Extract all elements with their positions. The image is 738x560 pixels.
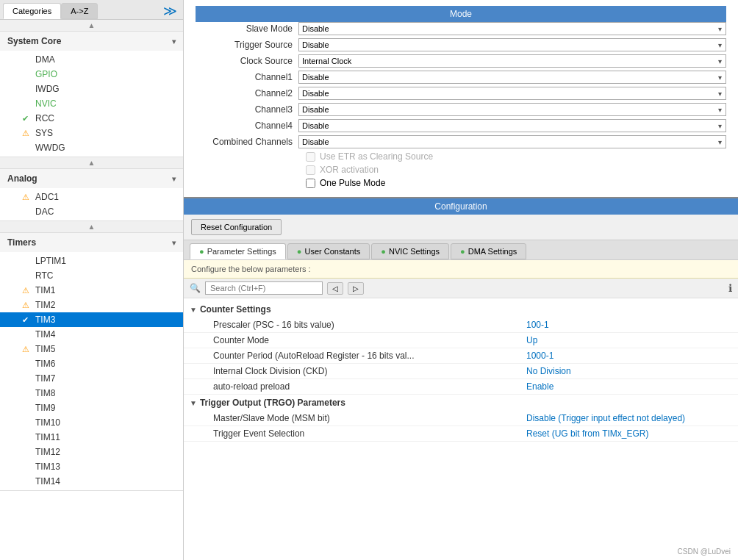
- config-search-bar: 🔍 ◁ ▷ ℹ: [184, 279, 738, 298]
- mode-select-wrapper: Disable: [298, 135, 726, 148]
- config-tab-nvic-settings[interactable]: ●NVIC Settings: [371, 243, 449, 259]
- param-group-header[interactable]: ▼Trigger Output (TRGO) Parameters: [184, 395, 738, 411]
- sidebar-item-adc1[interactable]: ⚠ADC1: [0, 190, 183, 204]
- mode-select-clock-source[interactable]: Internal Clock: [298, 54, 726, 68]
- mode-select-combined-channels[interactable]: Disable: [298, 135, 726, 148]
- param-value: Up: [526, 335, 732, 345]
- checkbox-input-pulse[interactable]: [306, 179, 315, 188]
- sidebar-item-label: TIM5: [35, 344, 55, 354]
- scroll-up-btn[interactable]: ▲: [0, 20, 183, 32]
- sidebar-item-dac[interactable]: DAC: [0, 204, 183, 219]
- sidebar-group-header-timers[interactable]: Timers▾: [0, 233, 183, 252]
- check-icon: ✔: [22, 315, 32, 325]
- param-group-counter-settings: ▼Counter Settings Prescaler (PSC - 16 bi…: [184, 301, 738, 395]
- sidebar-item-sys[interactable]: ⚠SYS: [0, 126, 183, 140]
- sidebar-item-tim3[interactable]: ✔TIM3: [0, 312, 183, 327]
- chevron-icon: ▾: [172, 239, 176, 247]
- sidebar-item-rtc[interactable]: RTC: [0, 268, 183, 283]
- sidebar-item-tim1[interactable]: ⚠TIM1: [0, 283, 183, 298]
- param-name: Counter Mode: [213, 335, 526, 345]
- sidebar-item-label: TIM12: [35, 447, 60, 457]
- sidebar-item-label: TIM7: [35, 373, 55, 384]
- tab-categories[interactable]: Categories: [3, 3, 61, 19]
- sidebar-item-tim12[interactable]: TIM12: [0, 445, 183, 459]
- sidebar-items-system-core: DMA GPIO IWDG NVIC✔RCC⚠SYS WWDG: [0, 51, 183, 157]
- sidebar-item-tim5[interactable]: ⚠TIM5: [0, 342, 183, 356]
- param-name: Trigger Event Selection: [213, 428, 526, 439]
- mode-select-wrapper: Disable: [298, 38, 726, 51]
- warning-icon: ⚠: [22, 129, 32, 138]
- sidebar-item-tim13[interactable]: TIM13: [0, 459, 183, 474]
- search-next-button[interactable]: ▷: [348, 282, 364, 295]
- sidebar-item-lptim1[interactable]: LPTIM1: [0, 254, 183, 268]
- warning-icon: ⚠: [22, 345, 32, 354]
- checkbox-label-xor: XOR activation: [320, 165, 379, 175]
- sidebar-item-label: ADC1: [35, 192, 59, 202]
- mode-select-slave-mode[interactable]: Disable: [298, 22, 726, 35]
- checkbox-label-pulse: One Pulse Mode: [320, 178, 385, 188]
- mode-select-channel3[interactable]: Disable: [298, 103, 726, 116]
- param-name: Counter Period (AutoReload Register - 16…: [213, 351, 526, 361]
- scroll-up-btn[interactable]: ▲: [0, 157, 183, 169]
- sidebar-item-dma[interactable]: DMA: [0, 52, 183, 67]
- mode-row-channel2: Channel2 Disable: [196, 87, 726, 100]
- param-row: auto-reload preload Enable: [184, 379, 738, 395]
- param-group-trigger-output-(trgo)-parameters: ▼Trigger Output (TRGO) Parameters Master…: [184, 395, 738, 442]
- sidebar-item-tim14[interactable]: TIM14: [0, 474, 183, 489]
- mode-select-channel4[interactable]: Disable: [298, 119, 726, 132]
- chevron-icon: ▾: [172, 175, 176, 183]
- sidebar-item-rcc[interactable]: ✔RCC: [0, 111, 183, 126]
- sidebar-group-header-system-core[interactable]: System Core▾: [0, 32, 183, 51]
- mode-row-clock-source: Clock Source Internal Clock: [196, 54, 726, 68]
- mode-select-wrapper: Internal Clock: [298, 54, 726, 68]
- mode-checkboxes: Use ETR as Clearing Source XOR activatio…: [196, 151, 726, 188]
- sidebar-item-tim2[interactable]: ⚠TIM2: [0, 298, 183, 312]
- sidebar-item-tim6[interactable]: TIM6: [0, 356, 183, 371]
- checkbox-input-etr: [306, 152, 315, 162]
- reset-config-button[interactable]: Reset Configuration: [191, 219, 282, 235]
- sidebar-item-label: TIM14: [35, 476, 60, 487]
- expand-icon[interactable]: ≫: [163, 3, 180, 19]
- config-tab-user-constants[interactable]: ●User Constants: [287, 243, 370, 259]
- sidebar-item-gpio[interactable]: GPIO: [0, 67, 183, 82]
- tab-green-icon: ●: [381, 247, 386, 256]
- mode-select-wrapper: Disable: [298, 119, 726, 132]
- tab-green-icon: ●: [199, 247, 204, 256]
- config-tab-dma-settings[interactable]: ●DMA Settings: [451, 243, 526, 259]
- mode-section: Mode Slave Mode Disable Trigger Source D…: [184, 0, 738, 198]
- search-prev-button[interactable]: ◁: [327, 282, 343, 295]
- mode-select-channel2[interactable]: Disable: [298, 87, 726, 100]
- scroll-up-btn[interactable]: ▲: [0, 221, 183, 233]
- param-row: Counter Mode Up: [184, 333, 738, 348]
- param-row: Counter Period (AutoReload Register - 16…: [184, 348, 738, 364]
- mode-row-label: Channel2: [196, 88, 298, 98]
- mode-select-trigger-source[interactable]: Disable: [298, 38, 726, 51]
- sidebar-item-wwdg[interactable]: WWDG: [0, 140, 183, 155]
- sidebar-item-tim8[interactable]: TIM8: [0, 386, 183, 401]
- info-icon[interactable]: ℹ: [728, 282, 732, 294]
- sidebar-item-tim10[interactable]: TIM10: [0, 415, 183, 430]
- search-input[interactable]: [205, 281, 323, 295]
- param-group-header[interactable]: ▼Counter Settings: [184, 301, 738, 317]
- config-tab-parameter-settings[interactable]: ●Parameter Settings: [190, 243, 286, 259]
- mode-header: Mode: [196, 6, 726, 22]
- sidebar-item-label: TIM8: [35, 388, 55, 398]
- sidebar-item-tim9[interactable]: TIM9: [0, 401, 183, 415]
- config-hint: Configure the below parameters :: [184, 260, 738, 279]
- sidebar-item-label: NVIC: [35, 98, 57, 109]
- checkbox-pulse: One Pulse Mode: [306, 178, 726, 188]
- sidebar-content: ▲System Core▾ DMA GPIO IWDG NVIC✔RCC⚠SYS…: [0, 20, 183, 560]
- chevron-down-icon: ▼: [190, 399, 197, 407]
- param-name: Master/Slave Mode (MSM bit): [213, 413, 526, 423]
- sidebar-item-nvic[interactable]: NVIC: [0, 96, 183, 111]
- sidebar-item-tim7[interactable]: TIM7: [0, 371, 183, 386]
- sidebar-group-header-analog[interactable]: Analog▾: [0, 169, 183, 188]
- sidebar-item-tim4[interactable]: TIM4: [0, 327, 183, 342]
- sidebar-item-tim11[interactable]: TIM11: [0, 430, 183, 445]
- sidebar-item-label: SYS: [35, 128, 53, 138]
- checkbox-input-xor: [306, 165, 315, 175]
- sidebar-item-iwdg[interactable]: IWDG: [0, 82, 183, 96]
- tab-az[interactable]: A->Z: [61, 3, 98, 19]
- mode-select-channel1[interactable]: Disable: [298, 71, 726, 84]
- group-label: Analog: [7, 173, 37, 184]
